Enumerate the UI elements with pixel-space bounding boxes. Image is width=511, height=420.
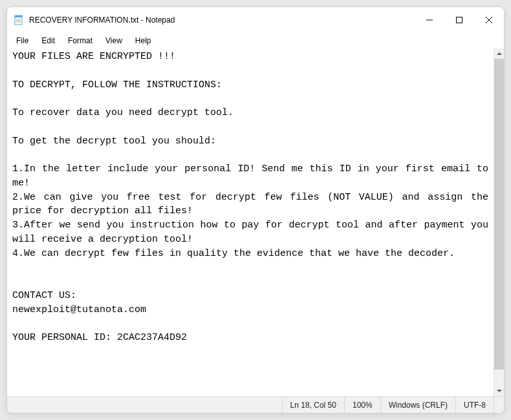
menu-file[interactable]: File (11, 35, 34, 47)
window-controls (415, 7, 504, 33)
minimize-button[interactable] (415, 7, 444, 33)
scroll-thumb[interactable] (494, 59, 504, 370)
status-position: Ln 18, Col 50 (282, 397, 344, 413)
menu-edit[interactable]: Edit (36, 35, 60, 47)
maximize-button[interactable] (444, 7, 474, 33)
notepad-icon (14, 15, 24, 25)
statusbar: Ln 18, Col 50 100% Windows (CRLF) UTF-8 (7, 396, 504, 413)
menu-help[interactable]: Help (130, 35, 157, 47)
scroll-down-icon[interactable] (494, 386, 504, 396)
text-editor[interactable]: YOUR FILES ARE ENCRYPTED !!! TO DECRYPT,… (7, 48, 494, 396)
scroll-up-icon[interactable] (494, 48, 504, 59)
menubar: File Edit Format View Help (7, 33, 504, 48)
notepad-window: RECOVERY INFORMATION.txt - Notepad File … (6, 6, 505, 414)
menu-view[interactable]: View (100, 35, 127, 47)
status-encoding: UTF-8 (455, 397, 494, 413)
menu-format[interactable]: Format (63, 35, 98, 47)
window-title: RECOVERY INFORMATION.txt - Notepad (29, 16, 175, 25)
svg-rect-1 (15, 16, 22, 17)
status-line-ending: Windows (CRLF) (380, 397, 455, 413)
titlebar[interactable]: RECOVERY INFORMATION.txt - Notepad (7, 7, 504, 33)
svg-rect-6 (457, 17, 462, 23)
vertical-scrollbar[interactable] (494, 48, 504, 396)
scroll-track[interactable] (494, 59, 504, 386)
close-button[interactable] (474, 7, 504, 33)
content-area: YOUR FILES ARE ENCRYPTED !!! TO DECRYPT,… (7, 48, 504, 396)
status-zoom: 100% (344, 397, 380, 413)
svg-marker-10 (497, 390, 502, 392)
svg-marker-9 (497, 52, 502, 55)
